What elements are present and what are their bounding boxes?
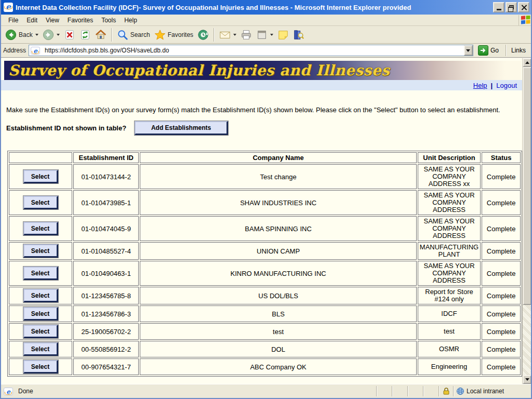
mail-dropdown-icon[interactable] (233, 34, 236, 36)
instructions-text: Make sure the Establishment ID(s) on you… (6, 106, 505, 114)
scroll-up-button[interactable] (523, 58, 531, 67)
close-button[interactable] (518, 2, 529, 12)
refresh-button[interactable] (77, 28, 93, 42)
select-button[interactable]: Select (23, 360, 58, 374)
menu-favorites[interactable]: Favorites (63, 16, 97, 25)
windows-logo-icon (518, 15, 531, 25)
restore-button[interactable] (506, 2, 517, 12)
establishment-id-cell: 25-190056702-2 (73, 323, 139, 340)
status-cell: Complete (482, 190, 521, 215)
table-row: Select 01-010490463-1 KINRO MANUFACTURIN… (9, 261, 521, 286)
go-arrow-icon (478, 45, 488, 56)
scroll-down-button[interactable] (523, 375, 531, 384)
select-button[interactable]: Select (23, 244, 58, 258)
select-button[interactable]: Select (23, 325, 58, 338)
select-cell: Select (9, 216, 72, 241)
select-button[interactable]: Select (23, 196, 58, 209)
status-cell: Complete (482, 358, 521, 375)
menu-file[interactable]: File (4, 16, 22, 25)
back-button[interactable]: Back (3, 28, 41, 42)
menu-view[interactable]: View (42, 16, 63, 25)
notes-button[interactable] (275, 28, 291, 42)
menu-edit[interactable]: Edit (22, 16, 42, 25)
unit-description-cell: Engineering (418, 358, 481, 375)
status-text: Done (18, 388, 33, 395)
chevron-down-icon (466, 49, 470, 52)
select-button[interactable]: Select (23, 170, 58, 183)
go-label: Go (490, 47, 499, 54)
establishment-id-cell: 01-010473985-1 (73, 190, 139, 215)
notes-icon (277, 29, 289, 41)
table-row: Select 00-907654321-7 ABC Company OK Eng… (9, 358, 521, 375)
stop-button[interactable] (62, 28, 77, 42)
address-dropdown-button[interactable] (464, 45, 473, 56)
status-empty-pane (423, 386, 438, 396)
select-cell: Select (9, 190, 72, 215)
search-button[interactable]: Search (115, 28, 152, 42)
close-icon (521, 5, 527, 10)
back-dropdown-icon[interactable] (35, 34, 38, 36)
status-cell: Complete (482, 242, 521, 260)
select-cell: Select (9, 358, 72, 375)
status-empty-pane (392, 386, 407, 396)
unit-description-cell: Report for Store #124 only (418, 287, 481, 304)
address-input[interactable]: e https://idcfdosh.psb.bls.gov/OSH/saveL… (29, 45, 473, 56)
select-button[interactable]: Select (23, 222, 58, 235)
select-cell: Select (9, 341, 72, 357)
header-select (9, 152, 72, 163)
logout-link[interactable]: Logout (496, 82, 517, 89)
address-label: Address (3, 47, 26, 54)
vertical-scrollbar[interactable] (522, 58, 531, 384)
company-name-cell: US DOL/BLS (140, 287, 416, 304)
table-row: Select 25-190056702-2 test test Complete (9, 323, 521, 340)
establishment-id-cell: 00-550856912-2 (73, 341, 139, 357)
edit-icon (256, 29, 268, 41)
restore-icon (509, 5, 514, 9)
toolbar-separator (111, 28, 112, 42)
history-icon (197, 29, 209, 41)
edit-button[interactable] (254, 28, 275, 42)
forward-button[interactable] (41, 28, 62, 42)
company-name-cell: Test change (140, 164, 416, 189)
forward-dropdown-icon[interactable] (57, 34, 60, 36)
address-bar: Address e https://idcfdosh.psb.bls.gov/O… (1, 44, 531, 58)
select-button[interactable]: Select (23, 307, 58, 321)
go-button[interactable]: Go (476, 45, 501, 56)
select-button[interactable]: Select (23, 289, 58, 302)
back-label: Back (19, 31, 33, 38)
status-cell: Complete (482, 287, 521, 304)
table-row: Select 01-123456785-8 US DOL/BLS Report … (9, 287, 521, 304)
security-zone-label: Local intranet (467, 388, 504, 395)
scrollbar-thumb[interactable] (523, 67, 531, 305)
select-cell: Select (9, 164, 72, 189)
internet-explorer-icon: e (4, 3, 13, 12)
history-button[interactable] (195, 28, 211, 42)
unit-description-cell: SAME AS YOUR COMPANY ADDRESS (418, 216, 481, 241)
table-row: Select 01-010474045-9 BAMA SPINNING INC … (9, 216, 521, 241)
select-button[interactable]: Select (23, 267, 58, 280)
add-establishments-button[interactable]: Add Establishments (135, 121, 228, 135)
minimize-button[interactable] (493, 2, 504, 12)
company-name-cell: SHAW INDUSTRIES INC (140, 190, 416, 215)
research-button[interactable] (291, 28, 307, 42)
edit-dropdown-icon[interactable] (270, 34, 273, 36)
status-cell: Complete (482, 164, 521, 189)
company-name-cell: test (140, 323, 416, 340)
help-link[interactable]: Help (473, 82, 487, 89)
favorites-button[interactable]: Favorites (152, 28, 195, 42)
links-menu[interactable]: Links (511, 47, 529, 54)
menu-help[interactable]: Help (120, 16, 141, 25)
favorites-star-icon (154, 29, 166, 41)
search-icon (117, 29, 128, 41)
menu-tools[interactable]: Tools (97, 16, 120, 25)
page-ie-icon: e (31, 47, 40, 55)
unit-description-cell: MANUFACTURING PLANT (418, 242, 481, 260)
minimize-icon (497, 9, 501, 10)
select-button[interactable]: Select (23, 342, 58, 356)
home-button[interactable] (93, 28, 109, 42)
table-row: Select 01-123456786-3 BLS IDCF Complete (9, 305, 521, 322)
mail-button[interactable] (217, 28, 238, 42)
status-left-pane: e Done (1, 388, 376, 395)
stop-icon (64, 29, 75, 41)
print-button[interactable] (238, 28, 254, 42)
